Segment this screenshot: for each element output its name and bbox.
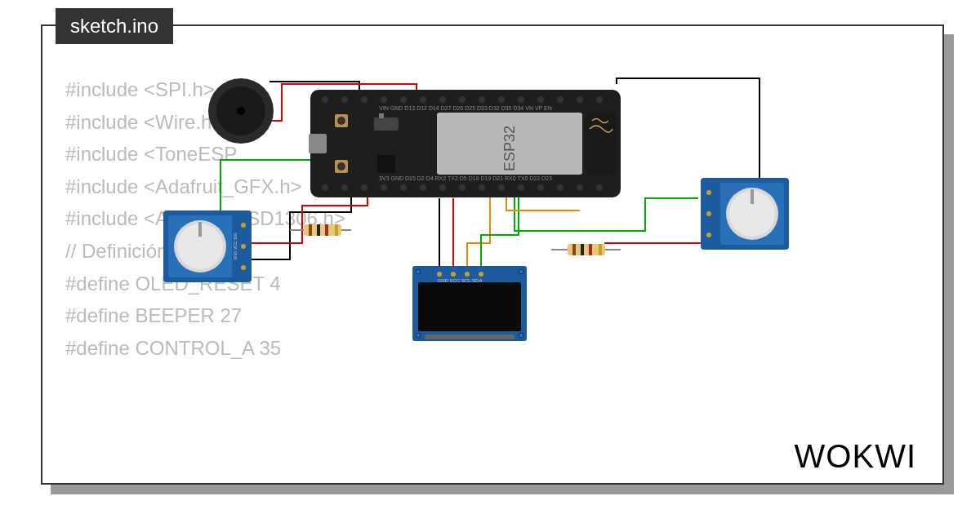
- svg-point-77: [465, 272, 470, 277]
- potentiometer-right[interactable]: [701, 178, 789, 250]
- esp32-top-pin-labels: VIN GND D13 D12 D14 D27 D26 D25 D33 D32 …: [379, 105, 552, 111]
- svg-rect-46: [309, 134, 327, 153]
- svg-point-21: [420, 96, 426, 103]
- esp32-board[interactable]: VIN GND D13 D12 D14 D27 D26 D25 D33 D32 …: [309, 90, 621, 197]
- svg-rect-2: [309, 224, 312, 236]
- svg-point-25: [498, 96, 505, 103]
- svg-point-20: [400, 96, 407, 103]
- svg-point-34: [381, 184, 387, 191]
- svg-point-29: [577, 96, 583, 103]
- svg-rect-3: [317, 224, 320, 236]
- svg-point-71: [706, 233, 711, 237]
- svg-point-62: [241, 244, 246, 249]
- pot-left-pins: GND VCC SIG: [233, 233, 238, 259]
- svg-point-82: [519, 333, 523, 338]
- svg-point-35: [400, 184, 407, 191]
- svg-point-19: [381, 96, 387, 103]
- svg-rect-74: [425, 335, 514, 339]
- svg-point-36: [420, 184, 426, 191]
- esp32-bottom-pin-labels: 3V3 GND D15 D2 D4 RX2 TX2 D5 D18 D19 D21…: [379, 175, 552, 181]
- resistor-right: [551, 244, 621, 255]
- svg-point-17: [341, 96, 348, 103]
- svg-point-63: [241, 265, 246, 270]
- svg-point-14: [237, 107, 245, 115]
- svg-point-40: [498, 184, 505, 191]
- svg-rect-8: [572, 244, 576, 255]
- svg-rect-73: [418, 282, 521, 331]
- svg-point-30: [596, 96, 603, 103]
- brand-text: WOKWI: [795, 438, 916, 474]
- svg-rect-9: [581, 244, 584, 255]
- potentiometer-left[interactable]: GND VCC SIG: [163, 210, 252, 282]
- svg-point-24: [479, 96, 485, 103]
- svg-rect-5: [335, 224, 338, 236]
- svg-point-81: [416, 333, 421, 338]
- svg-rect-60: [198, 222, 202, 237]
- svg-point-31: [322, 184, 328, 191]
- svg-point-78: [479, 272, 483, 277]
- svg-point-38: [459, 184, 466, 191]
- file-tab[interactable]: sketch.ino: [56, 8, 173, 44]
- oled-display[interactable]: GND VCC SCL SDA: [412, 266, 527, 341]
- svg-point-61: [241, 223, 246, 228]
- svg-point-79: [416, 269, 421, 274]
- file-tab-label: sketch.ino: [70, 15, 158, 37]
- svg-point-39: [479, 184, 485, 191]
- svg-point-80: [519, 269, 523, 274]
- svg-rect-11: [599, 244, 602, 255]
- svg-point-16: [322, 96, 328, 103]
- svg-point-75: [437, 272, 442, 277]
- oled-pin-labels: GND VCC SCL SDA: [438, 278, 483, 283]
- svg-rect-51: [374, 117, 399, 131]
- svg-point-22: [439, 96, 446, 103]
- svg-point-70: [706, 211, 711, 216]
- svg-point-37: [439, 184, 446, 191]
- circuit-schematic: VIN GND D13 D12 D14 D27 D26 D25 D33 D32 …: [163, 72, 800, 341]
- svg-rect-10: [589, 244, 592, 255]
- svg-rect-68: [751, 189, 754, 204]
- svg-rect-4: [325, 224, 328, 236]
- svg-point-45: [596, 184, 603, 191]
- svg-point-41: [518, 184, 524, 191]
- resistor-left: [290, 224, 351, 236]
- svg-point-33: [361, 184, 368, 191]
- svg-point-76: [451, 272, 456, 277]
- svg-point-50: [337, 162, 345, 171]
- svg-point-28: [557, 96, 564, 103]
- svg-point-27: [537, 96, 544, 103]
- svg-point-18: [361, 96, 368, 103]
- svg-rect-52: [379, 113, 384, 118]
- wokwi-logo: WOKWI: [795, 438, 916, 475]
- svg-rect-53: [377, 155, 395, 173]
- svg-point-32: [341, 184, 348, 191]
- svg-point-69: [706, 190, 711, 195]
- svg-point-42: [537, 184, 544, 191]
- esp32-chip-label: ESP32: [501, 126, 518, 171]
- svg-point-48: [337, 117, 345, 125]
- svg-point-23: [459, 96, 466, 103]
- svg-point-26: [518, 96, 524, 103]
- buzzer-component[interactable]: [208, 78, 274, 144]
- svg-point-44: [577, 184, 583, 191]
- svg-point-43: [557, 184, 564, 191]
